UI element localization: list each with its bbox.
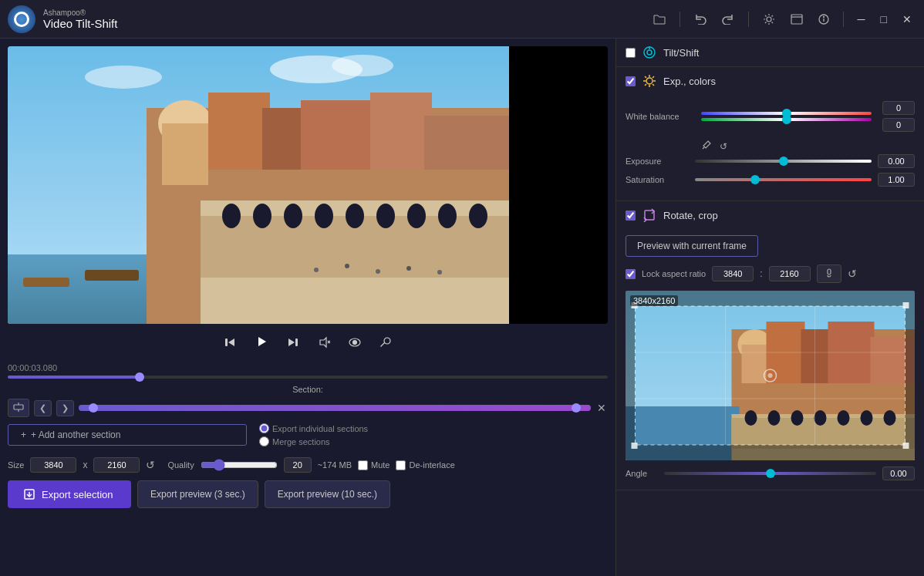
rotate-crop-icon (642, 207, 657, 223)
angle-slider[interactable] (664, 472, 876, 475)
add-section-button[interactable]: + + Add another section (8, 424, 247, 446)
height-input[interactable] (93, 457, 140, 473)
section-close-button[interactable]: ✕ (595, 400, 608, 416)
app-brand: Ashampoo® (43, 8, 117, 17)
size-label: Size (8, 460, 24, 470)
export-preview-3-label: Export preview (3 sec.) (150, 489, 245, 500)
size-sep: x (83, 460, 87, 470)
timeline-progress (8, 376, 140, 379)
saturation-val: 1.00 (878, 173, 915, 187)
export-individual-option[interactable]: Export individual sections (259, 423, 368, 433)
title-bar-controls: ─ □ ✕ (649, 10, 916, 29)
wb-icons: ↺ (626, 138, 915, 154)
svg-point-55 (646, 78, 653, 84)
wb-val-1: 0 (882, 101, 915, 115)
wb-reset-button[interactable]: ↺ (718, 140, 729, 153)
svg-rect-11 (208, 93, 270, 170)
svg-point-80 (838, 410, 850, 426)
svg-rect-41 (295, 339, 298, 346)
separator (680, 12, 680, 27)
exposure-slider[interactable] (695, 160, 872, 163)
crop-height-input[interactable] (769, 266, 811, 281)
crop-size-label: 3840x2160 (630, 295, 678, 306)
wb-slider-2[interactable] (701, 118, 872, 121)
aspect-chain-button[interactable] (817, 264, 841, 283)
export-selection-label: Export selection (42, 489, 113, 500)
maximize-button[interactable]: □ (876, 10, 892, 29)
rotate-crop-section: Rotate, crop Preview with current frame … (616, 201, 924, 490)
mute-option[interactable]: Mute (358, 460, 389, 470)
reset-size-button[interactable]: ↺ (146, 459, 155, 471)
tilt-shift-header[interactable]: Tilt/Shift (616, 39, 924, 66)
export-selection-button[interactable]: Export selection (8, 480, 131, 508)
width-input[interactable] (30, 457, 76, 473)
rotate-crop-checkbox[interactable] (626, 211, 636, 221)
svg-point-77 (768, 410, 781, 426)
wb-eyedropper-button[interactable] (700, 138, 713, 154)
svg-line-63 (653, 76, 654, 78)
svg-marker-42 (320, 338, 326, 347)
crop-width-input[interactable] (712, 266, 754, 281)
svg-rect-94 (632, 443, 638, 449)
exp-colors-checkbox[interactable] (626, 76, 636, 86)
section-start-handle[interactable] (89, 403, 98, 413)
svg-point-82 (884, 410, 896, 426)
saturation-slider[interactable] (695, 178, 872, 181)
info-button[interactable] (814, 11, 834, 28)
svg-point-30 (406, 266, 411, 271)
timeline-thumb[interactable] (135, 372, 144, 382)
section-arrow-left-btn[interactable]: ❮ (34, 400, 52, 416)
aspect-reset-button[interactable]: ↺ (848, 268, 857, 280)
minimize-button[interactable]: ─ (853, 10, 870, 29)
section-bar[interactable] (79, 405, 591, 411)
deinterlace-option[interactable]: De-interlace (396, 460, 454, 470)
view-button[interactable] (786, 11, 808, 28)
rotate-crop-title: Rotate, crop (663, 210, 718, 221)
section-end-handle[interactable] (572, 403, 581, 413)
deinterlace-label: De-interlace (409, 460, 454, 470)
svg-rect-10 (162, 123, 208, 185)
angle-val: 0.00 (882, 467, 915, 480)
mute-button[interactable] (315, 333, 333, 355)
quality-value: 20 (284, 457, 312, 473)
svg-point-24 (407, 204, 426, 228)
svg-marker-37 (228, 339, 234, 346)
lock-aspect-checkbox[interactable] (626, 269, 636, 279)
timeline-section: 00:00:03.080 (8, 363, 608, 385)
quality-slider[interactable] (201, 459, 278, 471)
svg-marker-39 (258, 337, 266, 346)
close-button[interactable]: ✕ (898, 10, 916, 29)
wb-label: White balance (626, 112, 695, 121)
rotate-crop-header[interactable]: Rotate, crop (616, 201, 924, 229)
redo-button[interactable] (717, 11, 739, 28)
export-preview-10-button[interactable]: Export preview (10 sec.) (265, 480, 390, 508)
aspect-ratio-row: Lock aspect ratio : ↺ (626, 264, 915, 283)
undo-button[interactable] (690, 11, 711, 28)
settings-button[interactable] (758, 10, 780, 29)
svg-point-35 (332, 55, 393, 76)
bottom-controls: Size x ↺ Quality 20 ~174 MB Mute De-inte… (8, 457, 608, 473)
preview-eye-button[interactable] (346, 334, 364, 354)
open-folder-button[interactable] (649, 11, 670, 28)
angle-label: Angle (626, 469, 664, 478)
next-frame-button[interactable] (284, 333, 302, 355)
prev-frame-button[interactable] (221, 333, 239, 355)
tilt-shift-section: Tilt/Shift (616, 39, 924, 67)
section-arrow-right-btn[interactable]: ❯ (56, 400, 74, 416)
timeline-bar[interactable] (8, 376, 608, 379)
left-panel: 00:00:03.080 Section: ❮ ❯ ✕ + (0, 39, 615, 576)
video-container (8, 46, 608, 324)
merge-sections-option[interactable]: Merge sections (259, 436, 368, 446)
tilt-shift-checkbox[interactable] (626, 48, 636, 58)
title-bar: Ashampoo® Video Tilt-Shift ─ □ ✕ (0, 0, 924, 39)
play-button[interactable] (251, 332, 271, 355)
export-preview-3-button[interactable]: Export preview (3 sec.) (137, 480, 258, 508)
svg-rect-85 (626, 306, 636, 445)
preview-current-frame-button[interactable]: Preview with current frame (626, 235, 758, 257)
tool-button[interactable] (376, 333, 395, 355)
section-icon-btn-in[interactable] (8, 399, 29, 417)
svg-point-0 (767, 17, 771, 22)
exp-colors-header[interactable]: Exp., colors (616, 67, 924, 95)
size-info: ~174 MB (318, 460, 352, 470)
time-display: 00:00:03.080 (8, 363, 608, 372)
